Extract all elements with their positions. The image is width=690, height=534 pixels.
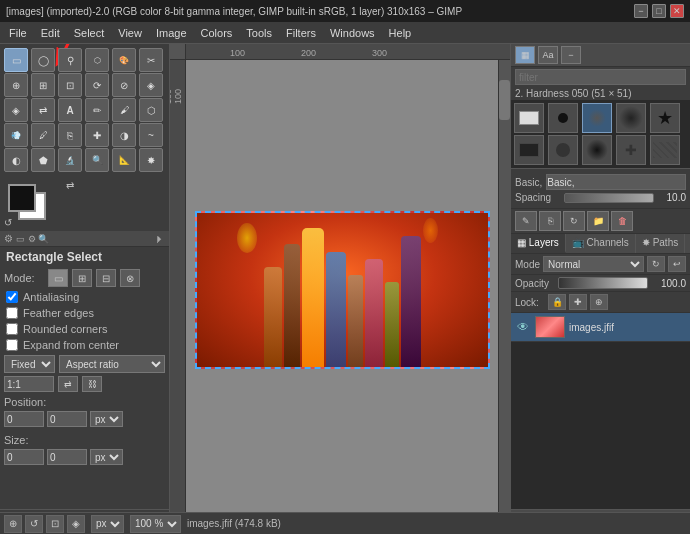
menu-file[interactable]: File [2, 25, 34, 41]
foreground-color[interactable] [8, 184, 36, 212]
position-unit-select[interactable]: px [90, 411, 123, 427]
fixed-select[interactable]: Fixed [4, 355, 55, 373]
status-nav-3[interactable]: ⊡ [46, 515, 64, 533]
brush-item-1[interactable] [548, 103, 578, 133]
scroll-thumb-v[interactable] [499, 80, 510, 120]
layer-mode-select[interactable]: Normal [543, 256, 644, 272]
brush-item-0[interactable] [514, 103, 544, 133]
tool-colorpicker[interactable]: 🔬 [58, 148, 82, 172]
tool-text[interactable]: A [58, 98, 82, 122]
swap-colors-icon[interactable]: ⇄ [66, 180, 74, 191]
tool-bucket[interactable]: ⬟ [31, 148, 55, 172]
zoom-select[interactable]: 100 % [130, 515, 181, 533]
lock-alpha-btn[interactable]: ⊕ [590, 294, 608, 310]
size-y-input[interactable] [47, 449, 87, 465]
tool-ink[interactable]: 🖊 [31, 123, 55, 147]
tool-flip[interactable]: ⇄ [31, 98, 55, 122]
minimize-button[interactable]: − [634, 4, 648, 18]
status-nav-4[interactable]: ◈ [67, 515, 85, 533]
tool-shear[interactable]: ◈ [139, 73, 163, 97]
brush-item-5[interactable] [514, 135, 544, 165]
tool-heal[interactable]: ✚ [85, 123, 109, 147]
feather-edges-checkbox[interactable] [6, 307, 18, 319]
tool-paths[interactable]: ✸ [139, 148, 163, 172]
tab-layers[interactable]: ▦ Layers [511, 234, 566, 253]
tool-perspective[interactable]: ◈ [4, 98, 28, 122]
tool-airbrush[interactable]: 💨 [4, 123, 28, 147]
tool-options-header[interactable]: ⚙ ▭ ⚙ 🔍 ⏵ [0, 231, 169, 247]
menu-select[interactable]: Select [67, 25, 112, 41]
menu-filters[interactable]: Filters [279, 25, 323, 41]
tool-move[interactable]: ⊕ [4, 73, 28, 97]
brush-item-8[interactable]: ✚ [616, 135, 646, 165]
tool-blend[interactable]: ◐ [4, 148, 28, 172]
antialiasing-checkbox[interactable] [6, 291, 18, 303]
mode-add-btn[interactable]: ⊞ [72, 269, 92, 287]
tool-ellipse-select[interactable]: ◯ [31, 48, 55, 72]
status-nav-1[interactable]: ⊕ [4, 515, 22, 533]
tool-clone[interactable]: ⎘ [58, 123, 82, 147]
tool-fuzzy-select[interactable]: ⬡ [85, 48, 109, 72]
tool-scale[interactable]: ⊘ [112, 73, 136, 97]
brush-spacing-slider[interactable] [564, 193, 654, 203]
status-nav-2[interactable]: ↺ [25, 515, 43, 533]
canvas-viewport[interactable] [186, 60, 498, 520]
lock-pixels-btn[interactable]: 🔒 [548, 294, 566, 310]
close-button[interactable]: ✕ [670, 4, 684, 18]
tool-rect-select[interactable]: ▭ [4, 48, 28, 72]
brush-basic-input[interactable] [546, 174, 686, 190]
position-x-input[interactable] [4, 411, 44, 427]
menu-view[interactable]: View [111, 25, 149, 41]
brushes-font-btn[interactable]: Aa [538, 46, 558, 64]
rounded-corners-checkbox[interactable] [6, 323, 18, 335]
ratio-flip-btn[interactable]: ⇄ [58, 376, 78, 392]
tool-pencil[interactable]: ✏ [85, 98, 109, 122]
brush-refresh-btn[interactable]: ↻ [563, 211, 585, 231]
brush-item-9[interactable] [650, 135, 680, 165]
tool-free-select[interactable]: ⚲ [58, 48, 82, 72]
size-unit-select[interactable]: px [90, 449, 123, 465]
brush-delete-btn[interactable]: 🗑 [611, 211, 633, 231]
brush-filter-input[interactable] [515, 69, 686, 85]
menu-help[interactable]: Help [382, 25, 419, 41]
tool-zoom[interactable]: 🔍 [85, 148, 109, 172]
tool-rotate[interactable]: ⟳ [85, 73, 109, 97]
tool-crop[interactable]: ⊡ [58, 73, 82, 97]
mode-subtract-btn[interactable]: ⊟ [96, 269, 116, 287]
aspect-ratio-select[interactable]: Aspect ratio [59, 355, 165, 373]
tool-scissors[interactable]: ✂ [139, 48, 163, 72]
brush-edit-btn[interactable]: ✎ [515, 211, 537, 231]
tool-paintbrush[interactable]: 🖌 [112, 98, 136, 122]
tool-measure[interactable]: 📐 [112, 148, 136, 172]
expand-from-center-checkbox[interactable] [6, 339, 18, 351]
brush-folder-btn[interactable]: 📁 [587, 211, 609, 231]
layer-item-0[interactable]: 👁 images.jfif [511, 313, 690, 342]
mode-intersect-btn[interactable]: ⊗ [120, 269, 140, 287]
tool-align[interactable]: ⊞ [31, 73, 55, 97]
menu-tools[interactable]: Tools [239, 25, 279, 41]
unit-select[interactable]: px [91, 515, 124, 533]
ratio-chain-btn[interactable]: ⛓ [82, 376, 102, 392]
layer-mode-btn1[interactable]: ↻ [647, 256, 665, 272]
brush-item-2[interactable] [582, 103, 612, 133]
brush-item-3[interactable] [616, 103, 646, 133]
tool-dodge[interactable]: ◑ [112, 123, 136, 147]
brush-item-6[interactable] [548, 135, 578, 165]
position-y-input[interactable] [47, 411, 87, 427]
brush-item-4[interactable]: ★ [650, 103, 680, 133]
menu-windows[interactable]: Windows [323, 25, 382, 41]
menu-edit[interactable]: Edit [34, 25, 67, 41]
menu-colors[interactable]: Colors [194, 25, 240, 41]
brush-duplicate-btn[interactable]: ⎘ [539, 211, 561, 231]
vertical-scrollbar[interactable] [498, 60, 510, 520]
layer-visibility-icon[interactable]: 👁 [515, 319, 531, 335]
tool-by-color[interactable]: 🎨 [112, 48, 136, 72]
tab-paths[interactable]: ✸ Paths [636, 234, 685, 253]
lock-position-btn[interactable]: ✚ [569, 294, 587, 310]
ratio-input[interactable] [4, 376, 54, 392]
brushes-pattern-btn[interactable]: ▦ [515, 46, 535, 64]
maximize-button[interactable]: □ [652, 4, 666, 18]
tool-eraser[interactable]: ⬡ [139, 98, 163, 122]
brushes-minus-btn[interactable]: − [561, 46, 581, 64]
brush-item-7[interactable] [582, 135, 612, 165]
